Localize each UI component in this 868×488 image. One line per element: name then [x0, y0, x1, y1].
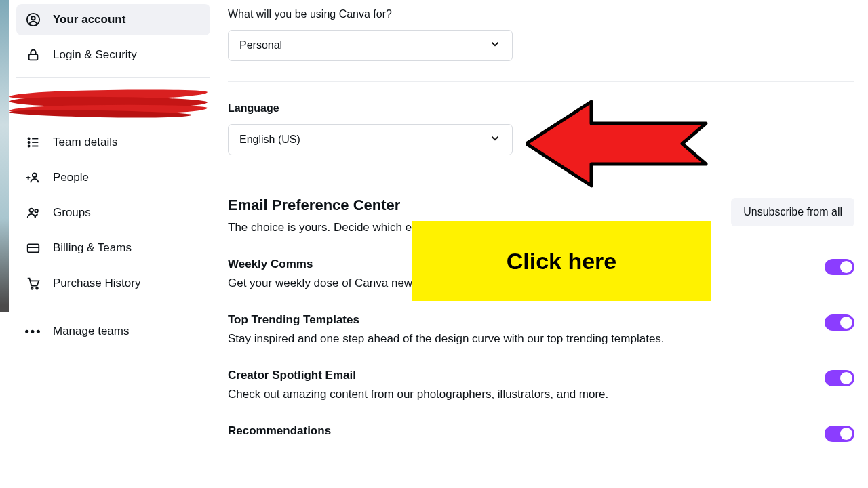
pref-text: Recommendations — [228, 424, 331, 443]
pref-text: Top Trending Templates Stay inspired and… — [228, 313, 665, 346]
sidebar-item-billing-teams[interactable]: Billing & Teams — [16, 232, 210, 264]
svg-point-1 — [31, 16, 35, 20]
sidebar-item-label: Groups — [53, 206, 91, 220]
language-select[interactable]: English (US) — [228, 124, 513, 155]
svg-point-17 — [36, 287, 38, 289]
pref-creator-spotlight: Creator Spotlight Email Check out amazin… — [228, 369, 854, 401]
section-divider — [228, 81, 854, 82]
chevron-down-icon — [489, 132, 501, 147]
pref-title: Top Trending Templates — [228, 313, 665, 327]
toggle-recommendations[interactable] — [825, 426, 854, 442]
svg-rect-2 — [29, 54, 38, 60]
pref-desc: Check out amazing content from our photo… — [228, 388, 608, 401]
pref-top-trending: Top Trending Templates Stay inspired and… — [228, 313, 854, 346]
user-circle-icon — [26, 12, 41, 27]
annotation-callout: Click here — [412, 221, 711, 301]
credit-card-icon — [26, 241, 41, 256]
sidebar-item-manage-teams[interactable]: ••• Manage teams — [16, 316, 210, 347]
sidebar-item-label: Login & Security — [53, 48, 137, 62]
annotation-arrow — [526, 96, 709, 191]
svg-point-12 — [30, 209, 34, 213]
sidebar-item-purchase-history[interactable]: Purchase History — [16, 268, 210, 299]
add-people-icon — [26, 170, 41, 185]
sidebar-item-team-details[interactable]: Team details — [16, 127, 210, 158]
svg-rect-14 — [28, 245, 39, 253]
sidebar-item-people[interactable]: People — [16, 162, 210, 193]
sidebar-item-label: Manage teams — [53, 325, 129, 338]
svg-point-5 — [28, 142, 29, 143]
pref-title: Recommendations — [228, 424, 331, 438]
sidebar-item-label: Your account — [53, 13, 125, 26]
sidebar-item-your-account[interactable]: Your account — [16, 4, 210, 35]
annotation-callout-text: Click here — [507, 248, 617, 274]
svg-point-9 — [33, 173, 37, 177]
usage-select-value: Personal — [239, 39, 282, 52]
settings-sidebar: Your account Login & Security — [0, 0, 210, 488]
sidebar-item-groups[interactable]: Groups — [16, 197, 210, 228]
toggle-top-trending[interactable] — [825, 314, 854, 331]
svg-point-16 — [31, 287, 33, 289]
sidebar-item-label: Purchase History — [53, 277, 140, 290]
page-edge-decoration — [0, 0, 9, 312]
cart-icon — [26, 276, 41, 291]
sidebar-item-label: People — [53, 171, 89, 184]
sidebar-divider — [16, 77, 210, 78]
ellipsis-icon: ••• — [26, 324, 41, 339]
svg-point-13 — [35, 209, 38, 213]
language-select-value: English (US) — [239, 134, 300, 146]
pref-recommendations: Recommendations — [228, 424, 854, 443]
svg-point-3 — [28, 138, 29, 139]
usage-select[interactable]: Personal — [228, 30, 513, 61]
sidebar-item-label: Team details — [53, 136, 117, 149]
sidebar-item-login-security[interactable]: Login & Security — [16, 39, 210, 70]
list-icon — [26, 135, 41, 150]
svg-marker-18 — [526, 102, 706, 186]
toggle-creator-spotlight[interactable] — [825, 370, 854, 386]
toggle-weekly-comms[interactable] — [825, 259, 854, 275]
unsubscribe-all-button[interactable]: Unsubscribe from all — [731, 198, 854, 226]
redacted-team-name — [9, 87, 208, 123]
groups-icon — [26, 205, 41, 220]
chevron-down-icon — [489, 38, 501, 53]
email-pref-title: Email Preference Center — [228, 197, 546, 214]
sidebar-item-label: Billing & Teams — [53, 241, 132, 255]
svg-point-7 — [28, 145, 29, 146]
lock-icon — [26, 47, 41, 62]
pref-text: Creator Spotlight Email Check out amazin… — [228, 369, 608, 401]
usage-question-label: What will you be using Canva for? — [228, 8, 854, 20]
pref-desc: Stay inspired and one step ahead of the … — [228, 332, 665, 346]
sidebar-divider — [16, 306, 210, 306]
pref-title: Creator Spotlight Email — [228, 369, 608, 382]
